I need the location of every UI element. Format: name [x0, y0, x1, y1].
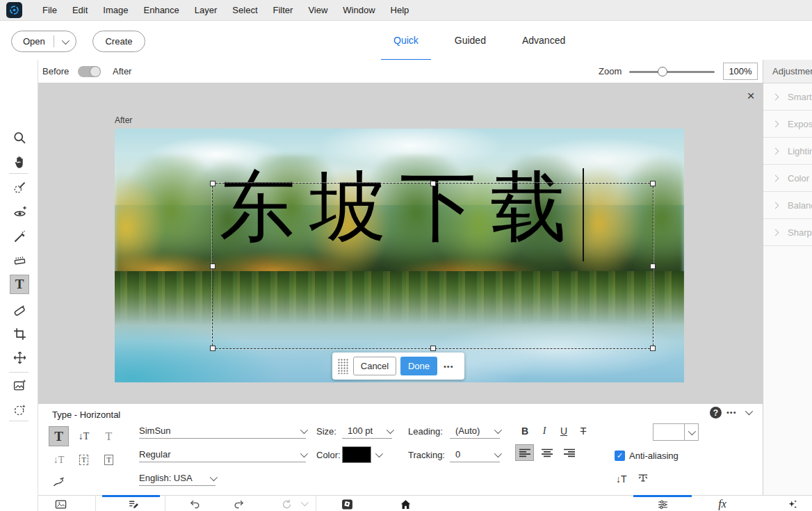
quick-selection-tool-icon[interactable] [10, 178, 29, 197]
drag-grip-icon[interactable] [338, 359, 348, 374]
effects-icon[interactable]: fx [714, 497, 731, 511]
close-image-icon[interactable]: × [743, 88, 758, 104]
text-color-swatch[interactable] [342, 446, 371, 463]
handle-bottom-right[interactable] [650, 346, 656, 351]
moving-elements-tool-icon[interactable] [10, 400, 29, 419]
menu-filter[interactable]: Filter [266, 0, 301, 21]
text-style-preset-arrow[interactable] [684, 423, 699, 441]
adjustment-lighting[interactable]: Lighting [763, 138, 812, 165]
straighten-tool-icon[interactable] [10, 250, 29, 270]
handle-bottom-center[interactable] [430, 346, 436, 351]
handle-middle-left[interactable] [210, 263, 216, 269]
text-orientation-vertical-icon[interactable]: ↓T [616, 473, 627, 485]
handle-top-right[interactable] [650, 181, 656, 186]
menu-window[interactable]: Window [335, 0, 382, 21]
whiten-teeth-tool-icon[interactable] [10, 227, 29, 246]
align-center-button[interactable] [537, 444, 556, 461]
redo-icon[interactable] [230, 497, 247, 511]
menu-layer[interactable]: Layer [187, 0, 225, 21]
menu-enhance[interactable]: Enhance [136, 0, 187, 21]
text-insertion-cursor [583, 168, 584, 261]
adjustments-icon[interactable] [654, 497, 671, 511]
tab-advanced[interactable]: Advanced [504, 21, 583, 60]
bold-button[interactable]: B [517, 423, 533, 439]
open-dropdown-arrow[interactable] [54, 39, 76, 44]
type-tool-icon[interactable]: T [10, 275, 29, 294]
anti-aliasing-checkbox[interactable]: ✓ [615, 451, 625, 461]
panel-more-icon[interactable]: ••• [726, 408, 737, 416]
adjustment-smart-fix[interactable]: Smart Fix [763, 83, 812, 111]
hand-tool-icon[interactable] [10, 152, 29, 172]
zoom-value-field[interactable]: 100% [723, 63, 758, 80]
italic-button[interactable]: I [536, 423, 553, 439]
adjustment-sharpen[interactable]: Sharpen [763, 219, 812, 246]
photo-effects-tool-icon[interactable] [10, 375, 29, 395]
text-on-selection-button[interactable]: T [74, 450, 94, 470]
zoom-tool-icon[interactable] [10, 128, 29, 147]
text-on-path-button[interactable] [49, 472, 69, 492]
before-after-toggle[interactable] [78, 66, 101, 77]
adjustment-color[interactable]: Color [763, 165, 812, 192]
zoom-slider-handle[interactable] [658, 67, 667, 76]
menu-help[interactable]: Help [383, 0, 417, 21]
undo-icon[interactable] [186, 497, 203, 511]
more-options-icon[interactable]: ••• [444, 362, 454, 371]
text-on-shape-button[interactable]: T [99, 450, 119, 470]
toolbar-divider [9, 173, 29, 174]
reset-icon[interactable] [278, 497, 295, 511]
photo-bin-icon[interactable] [52, 497, 69, 511]
tool-options-icon[interactable] [125, 497, 142, 511]
horizontal-type-button[interactable]: T [49, 426, 69, 446]
text-orientation-horizontal-icon[interactable] [638, 473, 649, 485]
toggle-knob [90, 67, 100, 76]
menu-image[interactable]: Image [95, 0, 136, 21]
font-style-select[interactable]: Regular [139, 447, 306, 462]
chevron-down-icon[interactable] [375, 450, 383, 457]
zoom-slider-track[interactable] [629, 71, 715, 73]
vertical-type-button[interactable]: ↓T [74, 426, 94, 446]
spot-healing-tool-icon[interactable] [10, 300, 29, 320]
reset-dropdown-icon[interactable] [301, 498, 309, 506]
adjustment-balance[interactable]: Balance [763, 192, 812, 219]
align-right-button[interactable] [560, 444, 578, 461]
organizer-icon[interactable] [339, 497, 355, 511]
cancel-button[interactable]: Cancel [353, 357, 396, 375]
menu-edit[interactable]: Edit [65, 0, 95, 21]
horizontal-type-mask-button[interactable]: T [99, 426, 119, 446]
handle-top-left[interactable] [210, 181, 216, 186]
open-button[interactable]: Open [11, 31, 76, 52]
help-icon[interactable]: ? [710, 407, 722, 419]
leading-select[interactable]: (Auto) [450, 423, 500, 439]
tracking-select[interactable]: 0 [450, 447, 500, 462]
menu-select[interactable]: Select [225, 0, 265, 21]
text-bounding-box[interactable] [212, 183, 653, 349]
menu-bar: File Edit Image Enhance Layer Select Fil… [0, 0, 812, 21]
tab-quick[interactable]: Quick [375, 21, 437, 60]
menu-file[interactable]: File [35, 0, 65, 21]
vertical-type-mask-button[interactable]: ↓T [49, 450, 69, 470]
home-icon[interactable] [397, 497, 414, 511]
adjustment-exposure[interactable]: Exposure [763, 111, 812, 138]
handle-bottom-left[interactable] [210, 346, 216, 351]
text-style-preset-select[interactable] [653, 423, 685, 441]
move-tool-icon[interactable] [10, 348, 29, 367]
underline-button[interactable]: U [555, 423, 572, 439]
language-select[interactable]: English: USA [139, 471, 216, 486]
open-button-label: Open [12, 36, 45, 47]
handle-middle-right[interactable] [650, 263, 656, 269]
panel-collapse-icon[interactable] [745, 407, 753, 415]
tab-guided[interactable]: Guided [437, 21, 504, 60]
handle-top-center[interactable] [430, 181, 436, 186]
done-button[interactable]: Done [400, 357, 437, 375]
filters-icon[interactable] [783, 497, 800, 511]
canvas-view-label: After [115, 115, 132, 125]
strikethrough-button[interactable]: T [575, 423, 592, 439]
align-left-button[interactable] [515, 444, 534, 461]
font-family-select[interactable]: SimSun [139, 423, 306, 439]
menu-view[interactable]: View [300, 0, 335, 21]
red-eye-removal-tool-icon[interactable] [10, 202, 29, 222]
photo-canvas[interactable]: 东坡下载 Cancel Done ••• [115, 129, 684, 382]
create-button[interactable]: Create [92, 31, 145, 52]
crop-tool-icon[interactable] [10, 324, 29, 343]
size-select[interactable]: 100 pt [342, 423, 392, 439]
